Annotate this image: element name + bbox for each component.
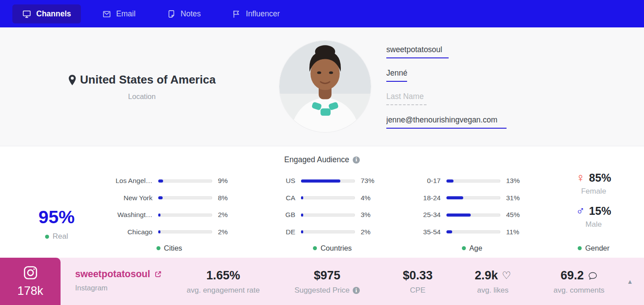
top-nav: Channels Email Notes Influencer <box>0 0 644 27</box>
male-icon: ♂ <box>576 205 585 217</box>
bar-value: 2% <box>212 228 228 236</box>
info-icon[interactable]: i <box>353 287 360 294</box>
channel-username: sweetpotatosoul <box>75 269 150 280</box>
green-dot-icon <box>313 246 317 250</box>
cpe-label: CPE <box>410 286 426 295</box>
bar-label: GB <box>281 211 301 219</box>
bar-track <box>158 196 212 199</box>
bar-value: 2% <box>355 228 370 236</box>
bar-label: New York <box>101 194 158 202</box>
bar-fill <box>158 214 160 217</box>
bar-value: 45% <box>500 211 520 219</box>
bar-fill <box>158 179 163 183</box>
avg-likes-label: avg. likes <box>477 286 509 295</box>
flag-icon <box>232 9 241 19</box>
heart-icon: ♡ <box>502 270 511 282</box>
bar-row-gb: GB3% <box>281 206 384 224</box>
green-dot-icon <box>45 235 49 239</box>
tab-notes[interactable]: Notes <box>157 4 211 23</box>
male-stat: ♂ 15% Male <box>556 205 632 229</box>
cities-chart: Los Angel…9%New York8%Washingt…2%Chicago… <box>101 164 238 258</box>
real-label: Real <box>53 232 68 241</box>
male-percentage: 15% <box>589 205 611 217</box>
avg-comments-value: 69.2 <box>560 269 584 282</box>
avg-comments-stat: 69.2 avg. comments <box>535 258 623 305</box>
green-dot-icon <box>156 246 160 250</box>
bar-fill <box>301 179 340 183</box>
bar-label: 25-34 <box>419 211 446 219</box>
bar-track <box>158 179 212 183</box>
engaged-audience-title: Engaged Audience <box>284 155 349 164</box>
bar-row-washingt-: Washingt…2% <box>101 206 238 224</box>
tab-email[interactable]: Email <box>92 4 145 23</box>
location-pin-icon <box>68 74 76 86</box>
engagement-rate-value: 1.65% <box>177 269 270 282</box>
monitor-icon <box>22 9 31 19</box>
email-field-wrap <box>386 115 507 129</box>
info-icon[interactable]: i <box>353 156 360 164</box>
username-input[interactable] <box>386 45 449 58</box>
bar-fill <box>301 230 303 233</box>
legend-label: Gender <box>585 244 610 252</box>
external-link-icon <box>154 271 162 278</box>
collapse-panel-button[interactable]: ▲ <box>627 278 633 285</box>
age-chart: 0-1713%18-2431%25-3445%35-5411% Age <box>419 164 525 258</box>
bar-value: 13% <box>500 177 520 185</box>
bar-row-chicago: Chicago2% <box>101 224 238 241</box>
bar-fill <box>301 214 303 217</box>
engagement-rate-stat: 1.65% avg. engagement rate <box>177 258 270 305</box>
location-value: United States of America <box>80 73 216 87</box>
age-legend: Age <box>419 244 525 252</box>
bar-track <box>301 196 355 199</box>
cities-legend: Cities <box>101 244 238 252</box>
bar-track <box>446 214 500 217</box>
gender-legend: Gender <box>556 244 632 252</box>
instagram-channel-tile[interactable]: 178k <box>0 258 61 305</box>
email-input[interactable] <box>386 115 507 129</box>
engagement-rate-label: avg. engagement rate <box>187 286 259 295</box>
green-dot-icon <box>462 246 466 250</box>
real-percentage: 95% <box>12 207 101 228</box>
female-icon: ♀ <box>576 172 585 184</box>
avatar <box>279 27 371 132</box>
note-icon <box>167 9 176 19</box>
avg-likes-value: 2.9k <box>475 269 498 282</box>
bar-value: 9% <box>212 177 228 185</box>
legend-label: Cities <box>164 244 182 252</box>
location-label: Location <box>27 92 257 101</box>
avatar-photo <box>279 41 371 132</box>
bar-fill <box>158 196 163 199</box>
real-audience-kpi: 95% Real <box>12 164 101 258</box>
profile-section: United States of America Location <box>0 27 644 146</box>
collapse-area: ▲ <box>623 258 644 305</box>
tab-channels[interactable]: Channels <box>12 4 81 23</box>
last-name-input[interactable] <box>386 92 427 105</box>
cpe-stat: $0.33 CPE <box>385 258 451 305</box>
bar-value: 73% <box>355 177 374 185</box>
tab-influencer[interactable]: Influencer <box>222 4 290 23</box>
bar-label: Washingt… <box>101 211 158 219</box>
network-label: Instagram <box>75 284 177 292</box>
male-label: Male <box>556 220 632 229</box>
bar-track <box>446 179 500 183</box>
instagram-icon <box>23 265 38 281</box>
bar-fill <box>158 230 160 233</box>
countries-legend: Countries <box>281 244 384 252</box>
bar-label: DE <box>281 228 301 236</box>
bar-value: 2% <box>212 211 228 219</box>
bar-fill <box>446 214 471 217</box>
bar-row-25-34: 25-3445% <box>419 206 525 224</box>
bar-track <box>158 214 212 217</box>
last-name-field-wrap <box>386 92 507 105</box>
female-stat: ♀ 85% Female <box>556 172 632 196</box>
suggested-price-value: $975 <box>270 269 385 282</box>
bar-fill <box>446 179 453 183</box>
avg-comments-label: avg. comments <box>553 286 604 295</box>
channel-username-link[interactable]: sweetpotatosoul <box>75 269 177 280</box>
channel-summary-bar: 178k sweetpotatosoul Instagram 1.65% avg… <box>0 258 644 305</box>
bar-label: Chicago <box>101 228 158 236</box>
countries-chart: US73%CA4%GB3%DE2% Countries <box>281 164 384 258</box>
first-name-input[interactable] <box>386 69 407 82</box>
bar-label: 0-17 <box>419 177 446 185</box>
bar-label: 35-54 <box>419 228 446 236</box>
